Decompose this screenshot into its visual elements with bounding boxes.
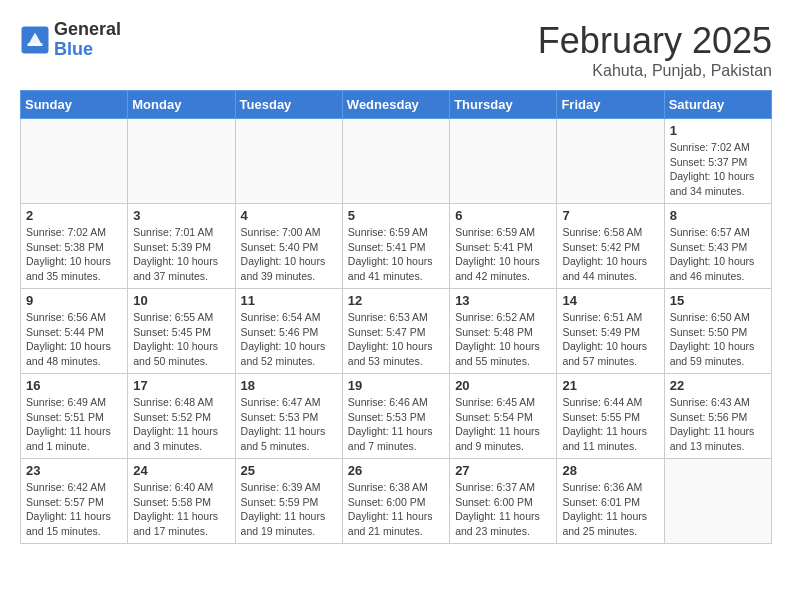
- day-number: 28: [562, 463, 658, 478]
- weekday-header: Wednesday: [342, 91, 449, 119]
- weekday-header: Thursday: [450, 91, 557, 119]
- calendar-cell: 17Sunrise: 6:48 AM Sunset: 5:52 PM Dayli…: [128, 374, 235, 459]
- day-info: Sunrise: 7:02 AM Sunset: 5:38 PM Dayligh…: [26, 225, 122, 284]
- calendar-week-row: 23Sunrise: 6:42 AM Sunset: 5:57 PM Dayli…: [21, 459, 772, 544]
- day-number: 23: [26, 463, 122, 478]
- calendar-cell: 22Sunrise: 6:43 AM Sunset: 5:56 PM Dayli…: [664, 374, 771, 459]
- day-number: 2: [26, 208, 122, 223]
- day-info: Sunrise: 7:01 AM Sunset: 5:39 PM Dayligh…: [133, 225, 229, 284]
- day-info: Sunrise: 6:48 AM Sunset: 5:52 PM Dayligh…: [133, 395, 229, 454]
- day-number: 27: [455, 463, 551, 478]
- day-number: 1: [670, 123, 766, 138]
- calendar-week-row: 2Sunrise: 7:02 AM Sunset: 5:38 PM Daylig…: [21, 204, 772, 289]
- calendar-cell: 7Sunrise: 6:58 AM Sunset: 5:42 PM Daylig…: [557, 204, 664, 289]
- calendar-cell: 8Sunrise: 6:57 AM Sunset: 5:43 PM Daylig…: [664, 204, 771, 289]
- day-number: 4: [241, 208, 337, 223]
- day-info: Sunrise: 6:55 AM Sunset: 5:45 PM Dayligh…: [133, 310, 229, 369]
- day-number: 12: [348, 293, 444, 308]
- day-number: 9: [26, 293, 122, 308]
- weekday-header: Saturday: [664, 91, 771, 119]
- calendar-cell: 16Sunrise: 6:49 AM Sunset: 5:51 PM Dayli…: [21, 374, 128, 459]
- calendar-cell: [21, 119, 128, 204]
- calendar-cell: 19Sunrise: 6:46 AM Sunset: 5:53 PM Dayli…: [342, 374, 449, 459]
- logo-blue: Blue: [54, 40, 121, 60]
- calendar-cell: 20Sunrise: 6:45 AM Sunset: 5:54 PM Dayli…: [450, 374, 557, 459]
- day-info: Sunrise: 6:45 AM Sunset: 5:54 PM Dayligh…: [455, 395, 551, 454]
- calendar-cell: [128, 119, 235, 204]
- day-info: Sunrise: 6:51 AM Sunset: 5:49 PM Dayligh…: [562, 310, 658, 369]
- day-number: 21: [562, 378, 658, 393]
- day-info: Sunrise: 6:59 AM Sunset: 5:41 PM Dayligh…: [455, 225, 551, 284]
- day-info: Sunrise: 6:53 AM Sunset: 5:47 PM Dayligh…: [348, 310, 444, 369]
- day-number: 11: [241, 293, 337, 308]
- calendar-cell: [450, 119, 557, 204]
- day-number: 19: [348, 378, 444, 393]
- day-number: 6: [455, 208, 551, 223]
- calendar-cell: [557, 119, 664, 204]
- day-info: Sunrise: 6:56 AM Sunset: 5:44 PM Dayligh…: [26, 310, 122, 369]
- calendar-cell: 21Sunrise: 6:44 AM Sunset: 5:55 PM Dayli…: [557, 374, 664, 459]
- day-info: Sunrise: 6:47 AM Sunset: 5:53 PM Dayligh…: [241, 395, 337, 454]
- calendar-cell: [235, 119, 342, 204]
- logo: General Blue: [20, 20, 121, 60]
- calendar-header-row: SundayMondayTuesdayWednesdayThursdayFrid…: [21, 91, 772, 119]
- calendar-cell: 9Sunrise: 6:56 AM Sunset: 5:44 PM Daylig…: [21, 289, 128, 374]
- calendar: SundayMondayTuesdayWednesdayThursdayFrid…: [20, 90, 772, 544]
- calendar-cell: 24Sunrise: 6:40 AM Sunset: 5:58 PM Dayli…: [128, 459, 235, 544]
- day-number: 3: [133, 208, 229, 223]
- calendar-cell: 25Sunrise: 6:39 AM Sunset: 5:59 PM Dayli…: [235, 459, 342, 544]
- day-number: 18: [241, 378, 337, 393]
- calendar-cell: 1Sunrise: 7:02 AM Sunset: 5:37 PM Daylig…: [664, 119, 771, 204]
- day-number: 10: [133, 293, 229, 308]
- day-info: Sunrise: 7:02 AM Sunset: 5:37 PM Dayligh…: [670, 140, 766, 199]
- logo-icon: [20, 25, 50, 55]
- day-number: 8: [670, 208, 766, 223]
- title-block: February 2025 Kahuta, Punjab, Pakistan: [538, 20, 772, 80]
- day-info: Sunrise: 6:59 AM Sunset: 5:41 PM Dayligh…: [348, 225, 444, 284]
- day-info: Sunrise: 6:49 AM Sunset: 5:51 PM Dayligh…: [26, 395, 122, 454]
- location: Kahuta, Punjab, Pakistan: [538, 62, 772, 80]
- calendar-cell: 23Sunrise: 6:42 AM Sunset: 5:57 PM Dayli…: [21, 459, 128, 544]
- day-info: Sunrise: 6:50 AM Sunset: 5:50 PM Dayligh…: [670, 310, 766, 369]
- calendar-cell: 14Sunrise: 6:51 AM Sunset: 5:49 PM Dayli…: [557, 289, 664, 374]
- day-number: 22: [670, 378, 766, 393]
- calendar-week-row: 1Sunrise: 7:02 AM Sunset: 5:37 PM Daylig…: [21, 119, 772, 204]
- calendar-cell: 12Sunrise: 6:53 AM Sunset: 5:47 PM Dayli…: [342, 289, 449, 374]
- day-number: 5: [348, 208, 444, 223]
- day-number: 20: [455, 378, 551, 393]
- day-number: 17: [133, 378, 229, 393]
- day-info: Sunrise: 6:42 AM Sunset: 5:57 PM Dayligh…: [26, 480, 122, 539]
- day-number: 7: [562, 208, 658, 223]
- calendar-cell: 4Sunrise: 7:00 AM Sunset: 5:40 PM Daylig…: [235, 204, 342, 289]
- logo-text: General Blue: [54, 20, 121, 60]
- calendar-cell: [664, 459, 771, 544]
- calendar-cell: 11Sunrise: 6:54 AM Sunset: 5:46 PM Dayli…: [235, 289, 342, 374]
- day-info: Sunrise: 6:46 AM Sunset: 5:53 PM Dayligh…: [348, 395, 444, 454]
- calendar-cell: 13Sunrise: 6:52 AM Sunset: 5:48 PM Dayli…: [450, 289, 557, 374]
- calendar-cell: [342, 119, 449, 204]
- day-info: Sunrise: 6:57 AM Sunset: 5:43 PM Dayligh…: [670, 225, 766, 284]
- day-info: Sunrise: 6:44 AM Sunset: 5:55 PM Dayligh…: [562, 395, 658, 454]
- logo-general: General: [54, 20, 121, 40]
- month-title: February 2025: [538, 20, 772, 62]
- calendar-cell: 2Sunrise: 7:02 AM Sunset: 5:38 PM Daylig…: [21, 204, 128, 289]
- day-number: 13: [455, 293, 551, 308]
- day-number: 15: [670, 293, 766, 308]
- day-info: Sunrise: 7:00 AM Sunset: 5:40 PM Dayligh…: [241, 225, 337, 284]
- calendar-cell: 26Sunrise: 6:38 AM Sunset: 6:00 PM Dayli…: [342, 459, 449, 544]
- day-info: Sunrise: 6:54 AM Sunset: 5:46 PM Dayligh…: [241, 310, 337, 369]
- calendar-cell: 15Sunrise: 6:50 AM Sunset: 5:50 PM Dayli…: [664, 289, 771, 374]
- calendar-cell: 3Sunrise: 7:01 AM Sunset: 5:39 PM Daylig…: [128, 204, 235, 289]
- calendar-cell: 18Sunrise: 6:47 AM Sunset: 5:53 PM Dayli…: [235, 374, 342, 459]
- weekday-header: Tuesday: [235, 91, 342, 119]
- day-info: Sunrise: 6:37 AM Sunset: 6:00 PM Dayligh…: [455, 480, 551, 539]
- calendar-week-row: 16Sunrise: 6:49 AM Sunset: 5:51 PM Dayli…: [21, 374, 772, 459]
- calendar-cell: 27Sunrise: 6:37 AM Sunset: 6:00 PM Dayli…: [450, 459, 557, 544]
- day-number: 16: [26, 378, 122, 393]
- day-number: 26: [348, 463, 444, 478]
- weekday-header: Monday: [128, 91, 235, 119]
- day-info: Sunrise: 6:38 AM Sunset: 6:00 PM Dayligh…: [348, 480, 444, 539]
- day-number: 24: [133, 463, 229, 478]
- day-number: 14: [562, 293, 658, 308]
- day-info: Sunrise: 6:36 AM Sunset: 6:01 PM Dayligh…: [562, 480, 658, 539]
